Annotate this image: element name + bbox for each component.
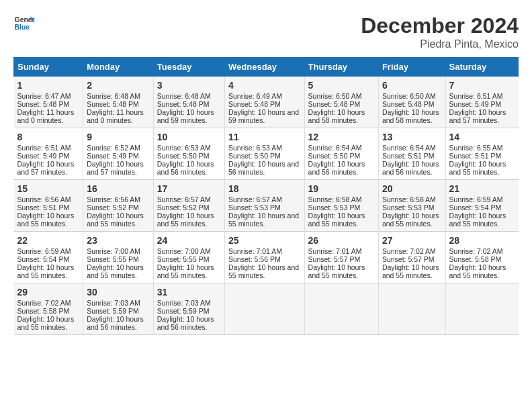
table-row: 2Sunrise: 6:48 AMSunset: 5:48 PMDaylight…	[83, 77, 154, 128]
sunset-value: Sunset: 5:54 PM	[17, 255, 70, 263]
sunrise-value: Sunrise: 6:58 AM	[308, 195, 362, 203]
table-row: 15Sunrise: 6:56 AMSunset: 5:51 PMDayligh…	[14, 180, 83, 232]
day-number: 2	[87, 80, 150, 91]
daylight-value: Daylight: 10 hours and 55 minutes.	[382, 263, 439, 279]
table-row: 27Sunrise: 7:02 AMSunset: 5:57 PMDayligh…	[378, 232, 445, 283]
table-row: 16Sunrise: 6:56 AMSunset: 5:52 PMDayligh…	[83, 180, 154, 232]
day-number: 6	[382, 80, 442, 91]
sunrise-value: Sunrise: 6:50 AM	[382, 92, 436, 100]
header-row: Sunday Monday Tuesday Wednesday Thursday…	[14, 58, 519, 77]
sunrise-value: Sunrise: 6:48 AM	[157, 92, 211, 100]
table-row: 20Sunrise: 6:58 AMSunset: 5:53 PMDayligh…	[378, 180, 445, 232]
day-number: 29	[17, 287, 80, 298]
daylight-value: Daylight: 10 hours and 55 minutes.	[382, 212, 439, 228]
daylight-value: Daylight: 11 hours and 0 minutes.	[87, 108, 144, 124]
day-number: 12	[308, 132, 375, 142]
calendar-row: 8Sunrise: 6:51 AMSunset: 5:49 PMDaylight…	[14, 128, 519, 180]
daylight-value: Daylight: 10 hours and 55 minutes.	[17, 263, 75, 279]
sunset-value: Sunset: 5:56 PM	[228, 255, 281, 263]
day-number: 4	[228, 80, 301, 91]
table-row: 22Sunrise: 6:59 AMSunset: 5:54 PMDayligh…	[14, 232, 83, 283]
table-row: 13Sunrise: 6:54 AMSunset: 5:51 PMDayligh…	[378, 128, 445, 180]
table-row: 18Sunrise: 6:57 AMSunset: 5:53 PMDayligh…	[225, 180, 305, 232]
table-row	[378, 283, 445, 335]
daylight-value: Daylight: 10 hours and 58 minutes.	[308, 108, 365, 124]
daylight-value: Daylight: 10 hours and 55 minutes.	[228, 212, 299, 228]
table-row: 19Sunrise: 6:58 AMSunset: 5:53 PMDayligh…	[304, 180, 378, 232]
col-monday: Monday	[83, 58, 154, 77]
page-subtitle: Piedra Pinta, Mexico	[361, 38, 519, 50]
daylight-value: Daylight: 10 hours and 56 minutes.	[308, 160, 365, 176]
table-row: 28Sunrise: 7:02 AMSunset: 5:58 PMDayligh…	[445, 232, 518, 283]
sunset-value: Sunset: 5:58 PM	[17, 307, 70, 315]
sunset-value: Sunset: 5:59 PM	[157, 307, 210, 315]
table-row	[304, 283, 378, 335]
sunrise-value: Sunrise: 6:52 AM	[87, 144, 140, 152]
sunrise-value: Sunrise: 6:57 AM	[228, 195, 282, 203]
sunrise-value: Sunrise: 6:54 AM	[308, 144, 362, 152]
day-number: 7	[449, 80, 515, 91]
day-number: 24	[157, 235, 221, 246]
sunset-value: Sunset: 5:48 PM	[308, 100, 361, 108]
table-row: 25Sunrise: 7:01 AMSunset: 5:56 PMDayligh…	[225, 232, 305, 283]
sunset-value: Sunset: 5:48 PM	[382, 100, 435, 108]
day-number: 30	[87, 287, 150, 298]
sunrise-value: Sunrise: 6:56 AM	[87, 195, 140, 203]
sunset-value: Sunset: 5:53 PM	[382, 203, 435, 212]
sunrise-value: Sunrise: 7:00 AM	[87, 247, 140, 255]
daylight-value: Daylight: 10 hours and 57 minutes.	[87, 160, 144, 176]
sunrise-value: Sunrise: 7:02 AM	[17, 299, 71, 307]
sunrise-value: Sunrise: 6:59 AM	[449, 195, 503, 203]
calendar-row: 15Sunrise: 6:56 AMSunset: 5:51 PMDayligh…	[14, 180, 519, 232]
daylight-value: Daylight: 11 hours and 0 minutes.	[17, 108, 75, 124]
day-number: 21	[449, 183, 515, 194]
day-number: 28	[449, 235, 515, 246]
day-number: 16	[87, 183, 150, 194]
col-tuesday: Tuesday	[153, 58, 224, 77]
col-wednesday: Wednesday	[225, 58, 305, 77]
daylight-value: Daylight: 10 hours and 56 minutes.	[87, 315, 144, 331]
sunset-value: Sunset: 5:52 PM	[157, 203, 210, 212]
sunset-value: Sunset: 5:58 PM	[449, 255, 502, 263]
sunrise-value: Sunrise: 6:50 AM	[308, 92, 362, 100]
daylight-value: Daylight: 10 hours and 55 minutes.	[449, 160, 506, 176]
table-row: 7Sunrise: 6:51 AMSunset: 5:49 PMDaylight…	[445, 77, 518, 128]
table-row: 8Sunrise: 6:51 AMSunset: 5:49 PMDaylight…	[14, 128, 83, 180]
sunset-value: Sunset: 5:51 PM	[449, 152, 502, 160]
sunrise-value: Sunrise: 6:53 AM	[157, 144, 211, 152]
day-number: 1	[17, 80, 80, 91]
day-number: 22	[17, 235, 80, 246]
table-row: 11Sunrise: 6:53 AMSunset: 5:50 PMDayligh…	[225, 128, 305, 180]
day-number: 17	[157, 183, 221, 194]
sunrise-value: Sunrise: 6:55 AM	[449, 144, 503, 152]
sunrise-value: Sunrise: 6:53 AM	[228, 144, 282, 152]
daylight-value: Daylight: 10 hours and 59 minutes.	[228, 108, 299, 124]
daylight-value: Daylight: 10 hours and 55 minutes.	[17, 315, 75, 331]
col-friday: Friday	[378, 58, 445, 77]
daylight-value: Daylight: 10 hours and 59 minutes.	[157, 108, 214, 124]
sunrise-value: Sunrise: 6:51 AM	[449, 92, 503, 100]
day-number: 8	[17, 132, 80, 142]
day-number: 3	[157, 80, 221, 91]
sunset-value: Sunset: 5:48 PM	[228, 100, 281, 108]
sunrise-value: Sunrise: 7:03 AM	[157, 299, 211, 307]
day-number: 20	[382, 183, 442, 194]
table-row: 12Sunrise: 6:54 AMSunset: 5:50 PMDayligh…	[304, 128, 378, 180]
sunset-value: Sunset: 5:55 PM	[87, 255, 139, 263]
sunset-value: Sunset: 5:48 PM	[157, 100, 210, 108]
daylight-value: Daylight: 10 hours and 55 minutes.	[449, 263, 506, 279]
daylight-value: Daylight: 10 hours and 55 minutes.	[308, 263, 365, 279]
day-number: 5	[308, 80, 375, 91]
sunrise-value: Sunrise: 6:48 AM	[87, 92, 140, 100]
sunset-value: Sunset: 5:48 PM	[17, 100, 70, 108]
logo: General Blue	[13, 13, 35, 32]
table-row: 29Sunrise: 7:02 AMSunset: 5:58 PMDayligh…	[14, 283, 83, 335]
day-number: 25	[228, 235, 301, 246]
sunrise-value: Sunrise: 6:51 AM	[17, 144, 71, 152]
daylight-value: Daylight: 10 hours and 55 minutes.	[157, 263, 214, 279]
col-sunday: Sunday	[14, 58, 83, 77]
day-number: 9	[87, 132, 150, 142]
table-row: 4Sunrise: 6:49 AMSunset: 5:48 PMDaylight…	[225, 77, 305, 128]
sunset-value: Sunset: 5:52 PM	[87, 203, 139, 212]
day-number: 13	[382, 132, 442, 142]
